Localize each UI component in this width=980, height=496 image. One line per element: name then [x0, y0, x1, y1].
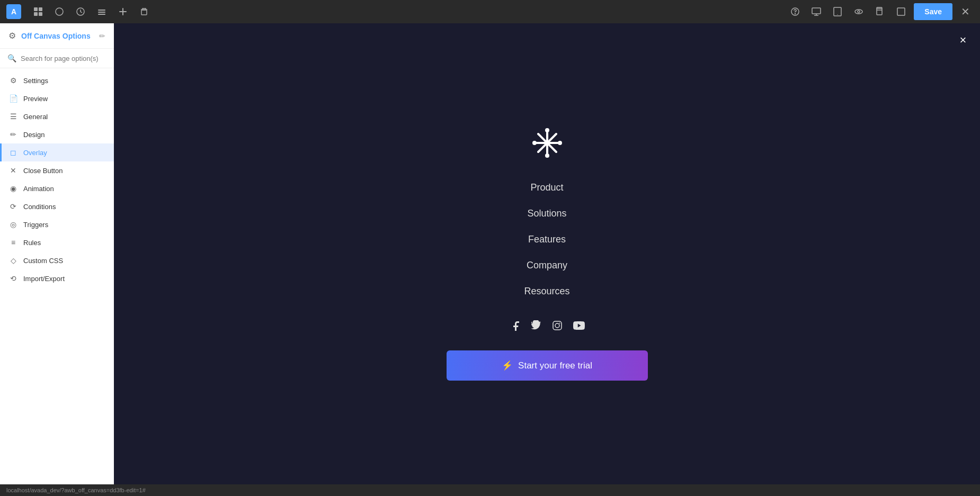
desktop-icon-btn[interactable]: [808, 3, 825, 20]
svg-rect-12: [812, 8, 821, 14]
custom-css-nav-label: Custom CSS: [23, 257, 63, 265]
canvas-area: × Product Solutions: [114, 23, 980, 484]
history-icon-btn[interactable]: [72, 3, 89, 20]
tablet-icon: [833, 7, 842, 16]
help-icon-btn[interactable]: [787, 3, 804, 20]
nav-item-product[interactable]: Product: [447, 175, 648, 201]
svg-rect-30: [553, 321, 562, 330]
settings-nav-label: Settings: [23, 77, 48, 85]
page-icon: [875, 7, 885, 16]
eye-icon-btn[interactable]: [850, 3, 867, 20]
dashboard-icon-btn[interactable]: [30, 3, 47, 20]
preview-nav-icon: 📄: [8, 94, 18, 103]
svg-point-18: [858, 11, 860, 13]
sidebar-item-rules[interactable]: ≡ Rules: [0, 233, 114, 251]
import-export-nav-icon: ⟲: [8, 274, 18, 283]
sidebar-item-animation[interactable]: ◉ Animation: [0, 179, 114, 197]
canvas-close-button[interactable]: ×: [955, 32, 972, 49]
nav-item-solutions[interactable]: Solutions: [447, 201, 648, 227]
svg-rect-2: [34, 12, 38, 16]
layers-icon-btn[interactable]: [51, 3, 68, 20]
sidebar-item-import-export[interactable]: ⟲ Import/Export: [0, 269, 114, 287]
svg-point-27: [545, 154, 549, 158]
svg-rect-6: [98, 10, 105, 11]
trash-icon: [139, 7, 149, 16]
svg-rect-3: [39, 12, 42, 16]
help-icon: [790, 7, 800, 16]
sidebar: ⚙ Off Canvas Options ✏ 🔍 ⚙ Settings 📄 Pr…: [0, 23, 114, 484]
conditions-nav-label: Conditions: [23, 203, 56, 211]
preview-nav-label: Preview: [23, 95, 48, 103]
svg-point-32: [559, 323, 560, 324]
cta-button[interactable]: ⚡ Start your free trial: [447, 350, 648, 381]
facebook-icon[interactable]: [510, 320, 520, 333]
sidebar-item-conditions[interactable]: ⟳ Conditions: [0, 197, 114, 215]
rules-nav-icon: ≡: [8, 238, 18, 247]
tablet-icon-btn[interactable]: [829, 3, 846, 20]
twitter-icon[interactable]: [531, 320, 541, 333]
svg-point-26: [545, 128, 549, 132]
youtube-icon[interactable]: [573, 321, 585, 332]
settings-icon: [896, 7, 906, 16]
svg-point-4: [56, 8, 63, 15]
general-nav-icon: ☰: [8, 112, 18, 121]
svg-rect-1: [39, 7, 42, 11]
components-icon-btn[interactable]: [93, 3, 110, 20]
main-area: ⚙ Off Canvas Options ✏ 🔍 ⚙ Settings 📄 Pr…: [0, 23, 980, 484]
toolbar-right: Save ✕: [787, 3, 974, 20]
snowflake-icon: [531, 127, 563, 159]
dashboard-icon: [33, 7, 43, 16]
social-icons: [510, 320, 585, 333]
sidebar-item-custom-css[interactable]: ◇ Custom CSS: [0, 251, 114, 269]
custom-css-nav-icon: ◇: [8, 256, 18, 265]
layers-icon: [55, 7, 64, 16]
sidebar-item-preview[interactable]: 📄 Preview: [0, 89, 114, 107]
snowflake-svg: [531, 127, 563, 159]
svg-point-31: [555, 323, 559, 328]
sidebar-item-design[interactable]: ✏ Design: [0, 125, 114, 143]
top-toolbar: A Save ✕: [0, 0, 980, 23]
general-nav-label: General: [23, 113, 48, 121]
close-button[interactable]: ✕: [957, 3, 974, 20]
rules-nav-label: Rules: [23, 239, 41, 247]
sidebar-edit-icon[interactable]: ✏: [99, 32, 105, 40]
svg-rect-9: [141, 10, 147, 15]
settings-icon-btn[interactable]: [893, 3, 910, 20]
nav-item-features[interactable]: Features: [447, 227, 648, 252]
import-export-nav-label: Import/Export: [23, 275, 65, 283]
svg-point-29: [558, 141, 562, 145]
sidebar-item-general[interactable]: ☰ General: [0, 107, 114, 125]
add-icon: [118, 7, 128, 16]
sidebar-item-triggers[interactable]: ◎ Triggers: [0, 215, 114, 233]
triggers-nav-label: Triggers: [23, 221, 48, 229]
settings-nav-icon: ⚙: [8, 76, 18, 85]
search-input[interactable]: [21, 55, 106, 62]
components-icon: [97, 7, 106, 16]
svg-rect-0: [34, 7, 38, 11]
design-nav-icon: ✏: [8, 130, 18, 139]
save-button[interactable]: Save: [914, 3, 952, 20]
desktop-icon: [812, 7, 821, 16]
app-logo[interactable]: A: [6, 4, 21, 19]
animation-nav-icon: ◉: [8, 184, 18, 193]
off-canvas-overlay: × Product Solutions: [114, 23, 980, 484]
overlay-nav-icon: ◻: [8, 148, 18, 157]
nav-item-company[interactable]: Company: [447, 252, 648, 278]
sidebar-header: ⚙ Off Canvas Options ✏: [0, 23, 114, 49]
svg-point-17: [855, 10, 862, 14]
sidebar-item-overlay[interactable]: ◻ Overlay: [0, 143, 114, 161]
nav-item-resources[interactable]: Resources: [447, 278, 648, 304]
cta-lightning-icon: ⚡: [502, 360, 513, 371]
sidebar-item-close-button[interactable]: ✕ Close Button: [0, 161, 114, 179]
status-bar: localhost/avada_dev/?awb_off_canvas=dd3f…: [0, 484, 980, 496]
page-icon-btn[interactable]: [871, 3, 888, 20]
instagram-icon[interactable]: [552, 320, 563, 333]
trash-icon-btn[interactable]: [136, 3, 153, 20]
close-button-nav-label: Close Button: [23, 167, 63, 175]
svg-rect-15: [834, 7, 841, 16]
svg-rect-8: [98, 14, 105, 15]
add-icon-btn[interactable]: [114, 3, 131, 20]
conditions-nav-icon: ⟳: [8, 202, 18, 211]
design-nav-label: Design: [23, 131, 44, 139]
sidebar-item-settings[interactable]: ⚙ Settings: [0, 71, 114, 89]
